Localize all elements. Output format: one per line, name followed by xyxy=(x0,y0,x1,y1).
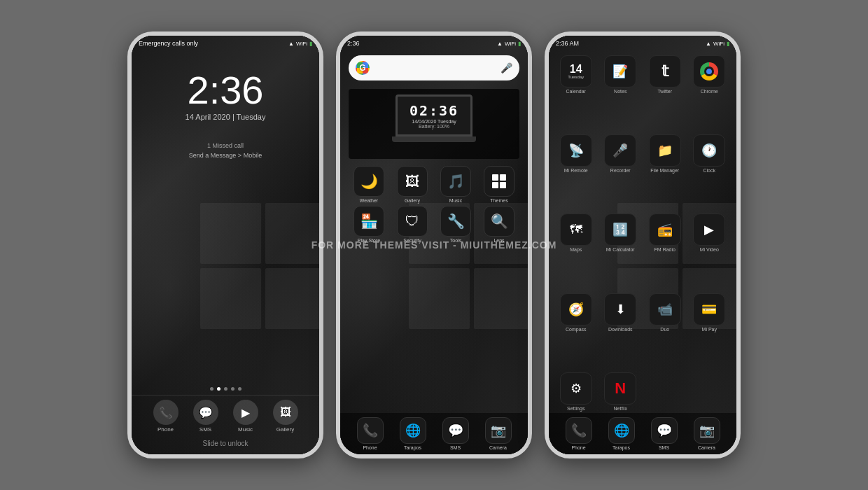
app-lens[interactable]: 🔍 Lens xyxy=(479,206,519,243)
lens-icon: 🔍 xyxy=(484,206,514,237)
calendar-label: Calendar xyxy=(566,89,586,94)
status-bar-home: 2:36 ▲ WiFi ▮ xyxy=(340,36,528,51)
app-playstore[interactable]: 🏪 Play Store xyxy=(349,206,389,243)
dock-browser[interactable]: 🌐 Tarapos xyxy=(391,417,434,450)
miremote-icon: 📡 xyxy=(560,134,592,167)
downloads-label: Downloads xyxy=(608,327,633,332)
lock-app-sms-label: SMS xyxy=(193,426,218,433)
dot-1 xyxy=(210,387,214,391)
security-icon: 🛡 xyxy=(397,206,428,237)
lens-label: Lens xyxy=(493,238,504,243)
duo-icon: 📹 xyxy=(649,293,681,326)
lock-app-sms[interactable]: 💬 SMS xyxy=(193,400,218,433)
filemanager-label: File Manager xyxy=(650,168,679,174)
home-time-status: 2:36 xyxy=(347,40,360,47)
drawer-app-notes[interactable]: 📝 Notes xyxy=(599,55,643,133)
drawer-app-compass[interactable]: 🧭 Compass xyxy=(554,293,598,371)
lock-time: 2:36 xyxy=(188,71,264,110)
home-dock: 📞 Phone 🌐 Tarapos 💬 SMS 📷 Camera xyxy=(340,413,528,454)
app-gallery[interactable]: 🖼 Gallery xyxy=(392,166,433,203)
laptop-base xyxy=(392,136,476,142)
fmradio-icon: 📻 xyxy=(649,214,681,246)
laptop-screen: 02:36 14/04/2020 Tuesday Battery: 100% xyxy=(396,94,472,136)
drawer-content: 14 Tuesday Calendar 📝 Notes 𝕥 Twitter xyxy=(549,36,736,454)
lock-app-phone[interactable]: 📞 Phone xyxy=(153,400,178,433)
recorder-label: Recorder xyxy=(610,168,631,174)
duo-label: Duo xyxy=(660,327,669,332)
gallery-app-label: Gallery xyxy=(405,198,420,203)
drawer-app-clock[interactable]: 🕐 Clock xyxy=(688,134,732,212)
emergency-text: Emergency calls only xyxy=(139,40,198,47)
drawer-dock: 📞 Phone 🌐 Tarapos 💬 SMS 📷 Camera xyxy=(549,413,736,454)
app-music[interactable]: 🎵 Music xyxy=(435,166,476,203)
app-security[interactable]: 🛡 Security xyxy=(392,206,433,243)
netflix-icon: N xyxy=(604,372,636,405)
dock-phone[interactable]: 📞 Phone xyxy=(349,417,391,450)
dock-camera[interactable]: 📷 Camera xyxy=(477,417,519,450)
app-tools[interactable]: 🔧 Tools xyxy=(435,206,476,243)
lock-app-music-label: Music xyxy=(233,426,258,433)
dock-sms-icon: 💬 xyxy=(442,417,469,444)
drawer-app-chrome[interactable]: Chrome xyxy=(688,55,732,133)
drawer-app-recorder[interactable]: 🎤 Recorder xyxy=(599,134,643,212)
recorder-icon: 🎤 xyxy=(604,134,636,167)
google-logo xyxy=(356,61,370,75)
drawer-app-fmradio[interactable]: 📻 FM Radio xyxy=(643,214,687,291)
status-icons-lock: ▲ WiFi ▮ xyxy=(288,41,312,47)
music-app-icon: 🎵 xyxy=(440,166,471,197)
maps-label: Maps xyxy=(570,247,582,253)
app-weather[interactable]: 🌙 Weather xyxy=(349,166,389,203)
miremote-label: Mi Remote xyxy=(564,168,588,174)
drawer-dock-phone[interactable]: 📞 Phone xyxy=(557,417,600,450)
music-app-label: Music xyxy=(449,198,462,203)
drawer-dock-camera[interactable]: 📷 Camera xyxy=(685,417,728,450)
slide-unlock[interactable]: Slide to unlock xyxy=(132,437,319,454)
battery-icon: ▮ xyxy=(309,41,312,47)
mic-icon[interactable]: 🎤 xyxy=(500,62,512,74)
drawer-app-maps[interactable]: 🗺 Maps xyxy=(554,214,598,291)
themes-label: Themes xyxy=(490,198,507,203)
app-themes[interactable]: Themes xyxy=(479,166,519,203)
drawer-dock-browser[interactable]: 🌐 Tarapos xyxy=(600,417,643,450)
drawer-dock-camera-icon: 📷 xyxy=(694,417,720,444)
music-icon: ▶ xyxy=(233,400,258,425)
drawer-app-duo[interactable]: 📹 Duo xyxy=(643,293,687,371)
mivideo-icon: ▶ xyxy=(693,214,725,246)
notes-label: Notes xyxy=(614,89,626,94)
home-wifi-icon: WiFi xyxy=(505,41,516,47)
search-bar[interactable]: 🎤 xyxy=(349,55,519,80)
drawer-app-twitter[interactable]: 𝕥 Twitter xyxy=(643,55,687,133)
lock-app-gallery[interactable]: 🖼 Gallery xyxy=(273,400,298,433)
compass-label: Compass xyxy=(566,327,587,332)
home-signal-icon: ▲ xyxy=(497,41,503,47)
widget-battery: Battery: 100% xyxy=(419,124,449,129)
status-bar-drawer: 2:36 AM ▲ WiFi ▮ xyxy=(549,36,736,51)
dot-4 xyxy=(231,387,234,391)
dot-2 xyxy=(217,387,220,391)
drawer-dock-sms[interactable]: 💬 SMS xyxy=(643,417,685,450)
drawer-app-calendar[interactable]: 14 Tuesday Calendar xyxy=(554,55,598,133)
themes-icon xyxy=(484,166,514,197)
drawer-dock-camera-label: Camera xyxy=(698,445,715,450)
cal-day-num: 14 xyxy=(570,64,582,75)
dock-sms[interactable]: 💬 SMS xyxy=(434,417,477,450)
phone-lock-screen: Emergency calls only ▲ WiFi ▮ 2:36 14 Ap… xyxy=(127,31,323,458)
lock-app-music[interactable]: ▶ Music xyxy=(233,400,258,433)
dock-browser-icon: 🌐 xyxy=(400,417,426,444)
lock-bottom: 📞 Phone 💬 SMS ▶ Music 🖼 Gallery Slide to… xyxy=(132,387,319,454)
home-battery-icon: ▮ xyxy=(518,41,521,47)
playstore-label: Play Store xyxy=(358,238,380,243)
clock-widget: 02:36 14/04/2020 Tuesday Battery: 100% xyxy=(349,89,519,159)
drawer-app-filemanager[interactable]: 📁 File Manager xyxy=(643,134,687,212)
drawer-app-calculator[interactable]: 🔢 Mi Calculator xyxy=(599,214,643,291)
filemanager-icon: 📁 xyxy=(649,134,681,167)
drawer-app-mivideo[interactable]: ▶ Mi Video xyxy=(688,214,732,291)
drawer-app-downloads[interactable]: ⬇ Downloads xyxy=(599,293,643,371)
fmradio-label: FM Radio xyxy=(654,247,676,253)
drawer-time-status: 2:36 AM xyxy=(556,40,579,47)
mivideo-label: Mi Video xyxy=(700,247,719,253)
chrome-icon xyxy=(693,55,725,88)
drawer-app-miremote[interactable]: 📡 Mi Remote xyxy=(554,134,598,212)
drawer-app-mipay[interactable]: 💳 Mi Pay xyxy=(688,293,732,371)
lock-missed: 1 Missed call xyxy=(207,142,244,149)
